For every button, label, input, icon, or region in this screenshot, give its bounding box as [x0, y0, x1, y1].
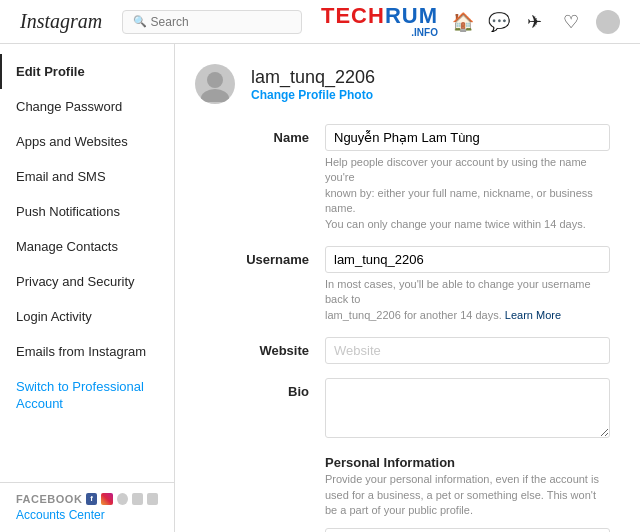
website-label: Website — [195, 337, 325, 358]
facebook-section: FACEBOOK f Accounts Center — [0, 482, 174, 532]
heart-icon[interactable]: ♡ — [560, 11, 582, 33]
website-field-container — [325, 337, 610, 364]
search-icon: 🔍 — [133, 15, 147, 28]
search-bar[interactable]: 🔍 — [122, 10, 302, 34]
personal-info-desc: Provide your personal information, even … — [325, 472, 610, 518]
username-field-container: In most cases, you'll be able to change … — [325, 246, 610, 323]
facebook-label: FACEBOOK f — [16, 493, 158, 505]
name-label: Name — [195, 124, 325, 145]
profile-icon[interactable] — [596, 10, 620, 34]
username-label: Username — [195, 246, 325, 267]
home-icon[interactable]: 🏠 — [452, 11, 474, 33]
header-icons: TECHRUM .INFO 🏠 💬 ✈ ♡ — [321, 5, 620, 38]
sidebar-item-apps-websites[interactable]: Apps and Websites — [0, 124, 174, 159]
website-input[interactable] — [325, 337, 610, 364]
techrum-info: .INFO — [321, 27, 438, 38]
bio-input[interactable] — [325, 378, 610, 438]
search-input[interactable] — [151, 15, 291, 29]
name-row: Name Help people discover your account b… — [195, 124, 610, 232]
messenger-icon[interactable]: 💬 — [488, 11, 510, 33]
header: Instagram 🔍 TECHRUM .INFO 🏠 💬 ✈ ♡ — [0, 0, 640, 44]
sidebar-item-emails-instagram[interactable]: Emails from Instagram — [0, 334, 174, 369]
instagram-logo: Instagram — [20, 10, 102, 33]
profile-header: lam_tunq_2206 Change Profile Photo — [195, 64, 610, 104]
name-helper: Help people discover your account by usi… — [325, 155, 610, 232]
sidebar-item-edit-profile[interactable]: Edit Profile — [0, 54, 174, 89]
content-area: lam_tunq_2206 Change Profile Photo Name … — [175, 44, 640, 532]
accounts-center-link[interactable]: Accounts Center — [16, 508, 158, 522]
bio-label: Bio — [195, 378, 325, 399]
sidebar-item-change-password[interactable]: Change Password — [0, 89, 174, 124]
sidebar-item-privacy-security[interactable]: Privacy and Security — [0, 264, 174, 299]
instagram-social-icon — [101, 493, 112, 505]
main-layout: Edit Profile Change Password Apps and We… — [0, 44, 640, 532]
techrum-brand: TECHRUM — [321, 5, 438, 27]
compass-icon[interactable]: ✈ — [524, 11, 546, 33]
bio-field-container — [325, 378, 610, 441]
email-label: Email — [195, 528, 325, 532]
username-input[interactable] — [325, 246, 610, 273]
name-input[interactable] — [325, 124, 610, 151]
email-input[interactable] — [325, 528, 610, 532]
facebook-icon: f — [86, 493, 97, 505]
name-field-container: Help people discover your account by usi… — [325, 124, 610, 232]
email-row: Email — [195, 528, 610, 532]
learn-more-link[interactable]: Learn More — [505, 309, 561, 321]
sidebar-item-push-notifications[interactable]: Push Notifications — [0, 194, 174, 229]
compass-social-icon — [117, 493, 128, 505]
username-row: Username In most cases, you'll be able t… — [195, 246, 610, 323]
sidebar-item-switch-professional[interactable]: Switch to Professional Account — [0, 369, 174, 423]
mail-social-icon — [147, 493, 158, 505]
profile-username: lam_tunq_2206 — [251, 67, 375, 88]
website-row: Website — [195, 337, 610, 364]
sidebar-item-email-sms[interactable]: Email and SMS — [0, 159, 174, 194]
personal-info-title: Personal Information — [325, 455, 610, 470]
profile-info: lam_tunq_2206 Change Profile Photo — [251, 67, 375, 102]
sidebar: Edit Profile Change Password Apps and We… — [0, 44, 175, 532]
heart-social-icon — [132, 493, 143, 505]
email-field-container — [325, 528, 610, 532]
sidebar-item-manage-contacts[interactable]: Manage Contacts — [0, 229, 174, 264]
svg-point-0 — [207, 72, 223, 88]
svg-point-1 — [201, 89, 229, 102]
change-photo-link[interactable]: Change Profile Photo — [251, 88, 375, 102]
username-helper: In most cases, you'll be able to change … — [325, 277, 610, 323]
personal-info-section: Personal Information Provide your person… — [195, 455, 610, 518]
bio-row: Bio — [195, 378, 610, 441]
avatar[interactable] — [195, 64, 235, 104]
sidebar-item-login-activity[interactable]: Login Activity — [0, 299, 174, 334]
